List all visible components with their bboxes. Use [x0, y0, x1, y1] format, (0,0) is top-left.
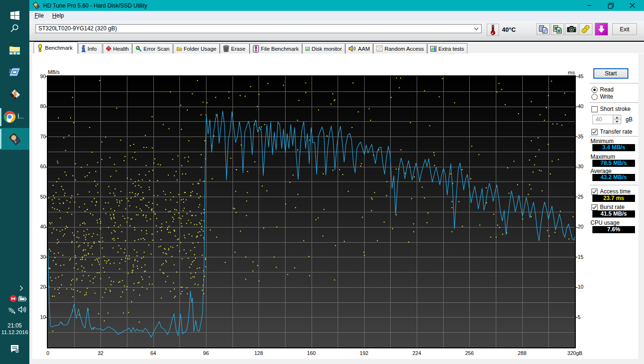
tab-error-scan[interactable]: Error Scan: [132, 43, 173, 54]
minimize-icon: [587, 3, 592, 8]
x-axis-tick: 32: [91, 350, 110, 356]
exit-button[interactable]: Exit: [612, 23, 637, 35]
benchmark-plot: [47, 75, 576, 348]
restore-button[interactable]: [600, 0, 621, 11]
access-time-value: 23.7 ms: [592, 195, 635, 202]
device-select[interactable]: ST320LT020-9YG142 (320 gB): [36, 24, 482, 33]
tab-disk-monitor[interactable]: Disk monitor: [302, 43, 345, 54]
transfer-rate-row[interactable]: Transfer rate: [591, 128, 632, 135]
download-arrow-icon: [597, 25, 606, 34]
close-button[interactable]: [622, 0, 643, 11]
short-stroke-row[interactable]: Short stroke: [591, 106, 631, 112]
burst-rate-row[interactable]: Burst rate: [591, 204, 625, 210]
minimum-value: 3.4 MB/s: [592, 144, 635, 151]
exit-label: Exit: [620, 26, 629, 33]
taskbar-hdtune[interactable]: [0, 133, 29, 145]
x-axis-tick: 64: [144, 350, 163, 356]
access-time-row[interactable]: Access time: [591, 188, 631, 195]
start-button[interactable]: [0, 9, 29, 21]
start-button[interactable]: Start: [593, 68, 628, 79]
x-axis-tick: 224: [407, 350, 426, 356]
short-stroke-checkbox[interactable]: [591, 106, 598, 112]
y-axis-right-tick: 45: [578, 73, 583, 79]
tray-battery[interactable]: [18, 295, 27, 303]
x-axis-tick: 160: [302, 350, 321, 356]
chrome-icon: [4, 111, 16, 123]
tab-random-access[interactable]: Random Access: [373, 43, 427, 54]
burst-rate-checkbox[interactable]: [591, 204, 598, 210]
read-radio[interactable]: [591, 87, 598, 93]
y-axis-right-tick: 30: [578, 164, 583, 169]
burst-rate-value: 41.5 MB/s: [592, 210, 635, 218]
tab-health[interactable]: Health: [103, 43, 132, 54]
tab-aam[interactable]: AAM: [345, 43, 373, 54]
gb-unit-label: gB: [626, 116, 633, 123]
y-axis-right-tick: 10: [578, 284, 583, 290]
tab-label: Erase: [231, 46, 245, 52]
read-radio-row[interactable]: Read: [591, 86, 614, 93]
tab-benchmark[interactable]: Benchmark: [34, 42, 78, 54]
tray-mega[interactable]: [9, 295, 17, 304]
tab-extra-tests[interactable]: Extra tests: [427, 43, 467, 54]
tab-folder-usage[interactable]: Folder Usage: [173, 43, 220, 54]
y-axis-right-tick: 25: [578, 194, 583, 200]
tray-wifi[interactable]: [8, 306, 16, 316]
y-axis-left-tick: 20: [32, 284, 46, 290]
tab-erase[interactable]: Erase: [220, 43, 250, 54]
benchmark-page: MB/s ms 90807060504030201045403530252015…: [32, 54, 638, 359]
taskbar-clock[interactable]: 21:05 11.12.2016: [0, 322, 29, 336]
screenshot-button[interactable]: [565, 23, 578, 35]
battery-plug-icon: [18, 295, 27, 301]
tab-file-benchmark[interactable]: File Benchmark: [250, 43, 302, 54]
options-button[interactable]: [579, 23, 592, 35]
y-axis-left-tick: 40: [32, 224, 46, 229]
copy-text-button[interactable]: [537, 23, 550, 35]
menu-file[interactable]: File: [30, 11, 48, 21]
spinner-down-button[interactable]: [613, 119, 621, 124]
benchmark-icon: [37, 44, 43, 52]
taskbar-app-blue[interactable]: [0, 66, 29, 78]
tab-label: Random Access: [385, 46, 424, 52]
tick: [576, 107, 578, 107]
action-center-button[interactable]: [0, 343, 29, 355]
y-axis-left-tick: 50: [32, 194, 46, 200]
tab-label: File Benchmark: [261, 46, 299, 52]
copy-image-button[interactable]: [551, 23, 564, 35]
minimize-button[interactable]: [579, 0, 600, 11]
tick: [45, 167, 47, 167]
taskbar-search-button[interactable]: [0, 23, 29, 34]
tab-label: Benchmark: [45, 45, 72, 51]
folder-usage-icon: [177, 46, 182, 52]
maximum-label: Maximum: [590, 154, 615, 160]
spinner-up-button[interactable]: [613, 115, 621, 119]
download-button[interactable]: [595, 23, 608, 36]
tab-label: Disk monitor: [312, 46, 342, 52]
x-axis-tick: 0: [38, 350, 57, 356]
tick: [576, 167, 578, 167]
tray-volume[interactable]: [18, 306, 27, 315]
tray-expand-button[interactable]: [18, 284, 24, 293]
write-radio[interactable]: [591, 94, 598, 100]
write-radio-row[interactable]: Write: [591, 93, 613, 100]
transfer-rate-checkbox[interactable]: [591, 129, 598, 135]
tick: [45, 317, 47, 318]
info-icon: [81, 45, 86, 52]
menu-help[interactable]: Help: [48, 11, 68, 21]
taskbar-winamp[interactable]: [0, 89, 29, 100]
short-stroke-spinner[interactable]: 40: [592, 115, 621, 124]
tick: [576, 197, 578, 197]
access-time-checkbox[interactable]: [591, 189, 598, 195]
random-access-icon: [376, 45, 383, 52]
maximum-value: 78.5 MB/s: [592, 160, 635, 167]
y-axis-right-unit: ms: [560, 70, 575, 75]
file-benchmark-icon: [253, 45, 259, 53]
average-label: Average: [590, 168, 611, 174]
taskbar-chrome[interactable]: [4, 111, 16, 125]
tab-label: Extra tests: [438, 46, 464, 52]
temperature-button[interactable]: [487, 24, 499, 36]
mega-icon: [9, 295, 17, 302]
taskbar-chrome-label[interactable]: İ...: [18, 113, 24, 120]
tab-info[interactable]: Info: [78, 43, 102, 54]
y-axis-right-tick: 40: [578, 103, 583, 109]
taskbar-file-explorer[interactable]: [0, 45, 29, 56]
